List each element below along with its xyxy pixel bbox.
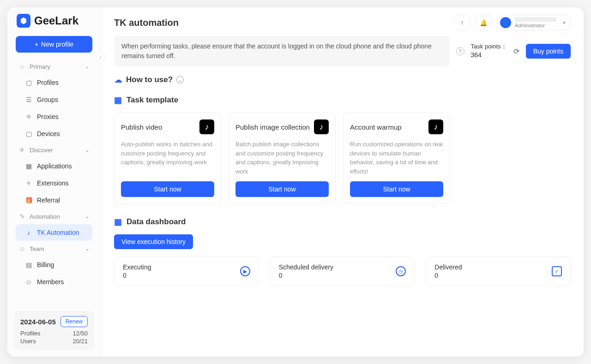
sidebar-item-members[interactable]: ☺ Members xyxy=(16,274,92,290)
sidebar-item-profiles[interactable]: ▢ Profiles xyxy=(16,74,92,91)
profiles-stat-label: Profiles xyxy=(20,330,40,337)
stat-scheduled[interactable]: Scheduled delivery 0 ◷ xyxy=(270,257,415,286)
start-now-button[interactable]: Start now xyxy=(350,181,443,197)
plus-icon: + xyxy=(35,41,38,48)
card-description: Run customized operations on real device… xyxy=(350,140,443,176)
check-icon: ✓ xyxy=(552,266,562,276)
expand-icon: ⌄ xyxy=(176,76,184,84)
how-to-use-toggle[interactable]: ☁ How to use? ⌄ xyxy=(114,75,571,85)
new-profile-button[interactable]: + New profile xyxy=(16,36,92,53)
info-banner: When performing tasks, please ensure tha… xyxy=(114,36,450,66)
nav-group-label: Discover xyxy=(30,147,53,154)
upload-button[interactable]: ↑ xyxy=(454,15,470,30)
card-title: Publish video xyxy=(121,123,162,131)
calendar-icon: ▦ xyxy=(114,217,122,227)
nav-group-discover[interactable]: ✈Discover ⌄ xyxy=(12,143,96,157)
nav-label: Members xyxy=(37,278,64,286)
stat-label: Delivered xyxy=(434,263,462,271)
sidebar-item-referral[interactable]: 🎁 Referral xyxy=(16,192,92,209)
template-publish-video: Publish video ♪ Auto-publish works in ba… xyxy=(114,113,221,204)
nav-group-label: Team xyxy=(30,245,44,252)
task-template-label: Task template xyxy=(127,95,178,105)
user-role: Administrator xyxy=(515,23,556,28)
clock-icon: ◷ xyxy=(396,266,406,276)
play-icon: ▶ xyxy=(240,266,250,276)
start-now-button[interactable]: Start now xyxy=(235,181,329,197)
notifications-button[interactable]: 🔔 xyxy=(476,15,491,30)
nav-group-automation[interactable]: ✎Automation ⌄ xyxy=(12,209,96,224)
extensions-icon: ✧ xyxy=(25,179,32,187)
nav-group-team[interactable]: ☺Team ⌄ xyxy=(12,241,96,256)
avatar-icon: 👤 xyxy=(500,17,511,28)
subscription-card: 2024-06-05 Renew Profiles 12/50 Users 20… xyxy=(14,310,94,350)
start-now-button[interactable]: Start now xyxy=(121,181,214,197)
nav-label: Extensions xyxy=(37,179,68,187)
dashboard-cards: Executing 0 ▶ Scheduled delivery 0 ◷ Del… xyxy=(114,257,571,286)
nav-label: Groups xyxy=(37,96,58,103)
nav-primary: ⌂Primary ⌄ ▢ Profiles ☰ Groups ⚛ Proxies… xyxy=(7,59,101,291)
sidebar: GeeLark + New profile ‹ ⌂Primary ⌄ ▢ Pro… xyxy=(7,7,101,357)
nav-label: Referral xyxy=(37,197,60,204)
stat-executing[interactable]: Executing 0 ▶ xyxy=(114,257,259,286)
template-list: Publish video ♪ Auto-publish works in ba… xyxy=(114,113,571,204)
card-title: Publish image collection xyxy=(235,123,310,131)
tiktok-logo-icon: ♪ xyxy=(314,119,329,134)
view-history-button[interactable]: View execution history xyxy=(114,234,193,249)
chevron-down-icon: ⌄ xyxy=(85,245,90,252)
content-area: When performing tasks, please ensure tha… xyxy=(101,36,584,357)
how-to-use-label: How to use? xyxy=(126,75,173,84)
nav-group-primary[interactable]: ⌂Primary ⌄ xyxy=(12,59,96,74)
tiktok-logo-icon: ♪ xyxy=(199,119,214,134)
nav-label: Proxies xyxy=(37,113,59,120)
points-label: Task points： xyxy=(471,42,507,51)
home-icon: ⌂ xyxy=(18,63,26,70)
profiles-icon: ▢ xyxy=(25,79,32,86)
subscription-date: 2024-06-05 xyxy=(20,318,56,326)
user-name-redacted xyxy=(515,17,556,22)
chevron-down-icon: ⌄ xyxy=(85,147,90,153)
groups-icon: ☰ xyxy=(25,96,32,103)
refresh-button[interactable]: ⟳ xyxy=(513,47,519,56)
template-account-warmup: Account warmup ♪ Run customized operatio… xyxy=(343,113,450,204)
stat-delivered[interactable]: Delivered 0 ✓ xyxy=(426,257,571,286)
dashboard-label: Data dashboard xyxy=(127,217,186,227)
nav-group-label: Primary xyxy=(30,63,50,70)
nav-label: Profiles xyxy=(37,79,59,86)
dashboard-header: ▦ Data dashboard xyxy=(114,217,571,227)
nav-label: Devices xyxy=(37,130,60,137)
card-description: Auto-publish works in batches and cutomi… xyxy=(121,140,214,176)
gift-icon: 🎁 xyxy=(25,197,32,204)
grid-icon: ▦ xyxy=(114,95,122,105)
sidebar-item-extensions[interactable]: ✧ Extensions xyxy=(16,175,92,191)
upload-icon: ↑ xyxy=(461,19,464,26)
buy-points-button[interactable]: Buy points xyxy=(526,44,571,59)
sidebar-item-groups[interactable]: ☰ Groups xyxy=(16,91,92,108)
user-menu[interactable]: 👤 Administrator ▾ xyxy=(497,15,571,30)
nav-label: Applications xyxy=(37,162,72,170)
automation-icon: ✎ xyxy=(18,213,26,220)
collapse-sidebar-button[interactable]: ‹ xyxy=(96,53,105,62)
users-stat-label: Users xyxy=(20,338,36,345)
app-window: GeeLark + New profile ‹ ⌂Primary ⌄ ▢ Pro… xyxy=(7,7,584,357)
sidebar-item-devices[interactable]: ▢ Devices xyxy=(16,125,92,142)
tiktok-icon: ♪ xyxy=(25,229,32,236)
main-content: TK automation ↑ 🔔 👤 Administrator ▾ xyxy=(101,7,584,357)
template-publish-image: Publish image collection ♪ Batch publish… xyxy=(229,113,336,204)
nav-label: TK Automation xyxy=(37,229,79,236)
sidebar-item-billing[interactable]: ▤ Billing xyxy=(16,257,92,273)
nav-label: Billing xyxy=(37,261,54,269)
topbar: TK automation ↑ 🔔 👤 Administrator ▾ xyxy=(101,7,584,36)
brand-name: GeeLark xyxy=(34,14,78,27)
sidebar-item-proxies[interactable]: ⚛ Proxies xyxy=(16,108,92,125)
tiktok-logo-icon: ♪ xyxy=(428,119,443,134)
logo[interactable]: GeeLark xyxy=(7,7,101,32)
chevron-down-icon: ⌄ xyxy=(85,213,90,220)
sidebar-item-tk-automation[interactable]: ♪ TK Automation xyxy=(16,224,92,241)
renew-button[interactable]: Renew xyxy=(60,316,88,327)
chevron-down-icon: ▾ xyxy=(563,19,566,26)
discover-icon: ✈ xyxy=(18,146,26,154)
sidebar-item-applications[interactable]: ▦ Applications xyxy=(16,158,92,174)
help-icon[interactable]: ? xyxy=(456,47,464,55)
stat-value: 0 xyxy=(123,272,151,279)
team-icon: ☺ xyxy=(18,245,26,252)
